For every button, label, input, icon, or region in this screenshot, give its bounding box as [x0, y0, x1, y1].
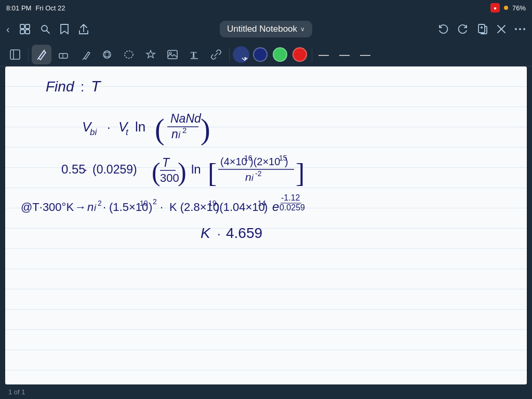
svg-rect-24: [168, 50, 177, 59]
stroke-medium[interactable]: —: [336, 49, 353, 60]
svg-text:i: i: [94, 203, 97, 213]
color-dropdown[interactable]: [233, 46, 249, 63]
link-tool[interactable]: [206, 45, 226, 64]
svg-text:]: ]: [296, 158, 304, 188]
bottom-bar: 1 of 1: [0, 384, 532, 399]
close-button[interactable]: [497, 24, 506, 34]
toolbar-left: ‹: [6, 23, 89, 35]
svg-text:ln: ln: [135, 119, 145, 135]
toolbar-divider-2: [229, 47, 230, 62]
grid-button[interactable]: [19, 23, 31, 35]
svg-text:·: ·: [107, 120, 111, 134]
color-red[interactable]: [292, 47, 307, 62]
svg-text:): ): [201, 113, 210, 146]
svg-text:(1.5×10: (1.5×10: [109, 201, 148, 214]
svg-text:14: 14: [258, 199, 266, 207]
svg-text:(4×10: (4×10: [220, 156, 247, 167]
svg-text:2: 2: [153, 197, 157, 206]
svg-line-16: [37, 58, 38, 60]
status-right: 76%: [490, 3, 526, 12]
svg-text:i: i: [178, 130, 181, 140]
svg-text:300: 300: [160, 171, 179, 184]
shapes-tool[interactable]: [97, 45, 117, 64]
svg-text:n: n: [245, 171, 251, 183]
dropdown-chevron: ∨: [300, 25, 305, 33]
svg-text:NaNd: NaNd: [170, 112, 202, 125]
svg-text:4.659: 4.659: [226, 225, 262, 241]
svg-line-20: [83, 58, 84, 60]
svg-text:·: ·: [103, 201, 106, 214]
eraser-tool[interactable]: [54, 45, 73, 64]
panels-tool[interactable]: [5, 45, 25, 64]
star-tool[interactable]: [141, 45, 161, 64]
lined-paper: Find : T V bi · V t ln ( NaNd n i 2 ): [5, 66, 527, 384]
svg-text:T: T: [91, 77, 102, 95]
more-button[interactable]: [514, 28, 526, 31]
stroke-thick[interactable]: —: [357, 49, 374, 60]
svg-text:(: (: [152, 157, 161, 187]
svg-rect-3: [25, 30, 30, 34]
battery-percent: 76%: [512, 4, 526, 12]
redo-button[interactable]: [457, 23, 469, 35]
svg-text:t: t: [126, 127, 129, 137]
draw-toolbar: T — — —: [0, 43, 532, 66]
svg-text:@T·300°K: @T·300°K: [21, 201, 74, 214]
battery-indicator: 76%: [512, 4, 526, 12]
svg-text:): ): [264, 201, 268, 214]
lasso-tool[interactable]: [119, 45, 139, 64]
svg-text:K: K: [201, 225, 211, 241]
svg-text:Find: Find: [46, 78, 75, 95]
svg-text:19: 19: [208, 199, 217, 207]
svg-point-4: [42, 25, 47, 31]
svg-text:-1.12: -1.12: [281, 193, 300, 202]
svg-text:n: n: [87, 201, 94, 214]
svg-rect-22: [105, 52, 109, 57]
svg-text:[: [: [208, 158, 217, 188]
svg-text:·: ·: [217, 227, 221, 241]
svg-text:2: 2: [98, 199, 102, 207]
toolbar-center: Untitled Notebook ∨: [220, 21, 312, 37]
stroke-thin[interactable]: —: [315, 49, 332, 60]
handwriting-canvas: Find : T V bi · V t ln ( NaNd n i 2 ): [5, 66, 527, 384]
svg-text:i: i: [251, 173, 254, 183]
svg-text:-2: -2: [255, 169, 262, 178]
svg-text:)(2×10: )(2×10: [250, 156, 280, 167]
svg-rect-2: [20, 30, 24, 34]
time-display: 8:01 PM: [6, 4, 31, 12]
svg-text:)(1.04×10: )(1.04×10: [216, 201, 265, 214]
search-button[interactable]: [40, 24, 50, 34]
color-dark-blue[interactable]: [253, 47, 268, 62]
toolbar-divider-3: [312, 47, 312, 62]
status-bar: 8:01 PM Fri Oct 22 76%: [0, 0, 532, 16]
svg-point-12: [519, 28, 521, 30]
svg-text:0.0259: 0.0259: [280, 203, 305, 212]
bookmark-button[interactable]: [60, 23, 69, 35]
svg-line-5: [47, 31, 49, 33]
share-button[interactable]: [78, 23, 89, 35]
top-toolbar: ‹ Unt: [0, 16, 532, 43]
toolbar-divider-1: [28, 47, 29, 62]
svg-text:): ): [285, 156, 288, 167]
svg-text:10: 10: [140, 199, 148, 207]
svg-text:V: V: [118, 119, 129, 135]
color-green[interactable]: [273, 47, 287, 62]
svg-text:n: n: [171, 127, 178, 141]
image-tool[interactable]: [163, 45, 182, 64]
svg-text:V: V: [82, 119, 92, 135]
svg-line-17: [44, 50, 45, 51]
notebook-area[interactable]: Find : T V bi · V t ln ( NaNd n i 2 ): [5, 66, 527, 384]
notebook-title-button[interactable]: Untitled Notebook ∨: [220, 21, 312, 37]
svg-text:(: (: [155, 113, 165, 146]
svg-text:): ): [149, 201, 152, 214]
status-left: 8:01 PM Fri Oct 22: [6, 4, 65, 12]
undo-button[interactable]: [437, 23, 449, 35]
svg-text:(0.0259): (0.0259): [92, 163, 137, 176]
back-button[interactable]: ‹: [6, 23, 10, 35]
text-tool[interactable]: T: [184, 45, 204, 64]
notebook-title: Untitled Notebook: [227, 24, 297, 34]
highlighter-tool[interactable]: [75, 45, 95, 64]
svg-text:e: e: [272, 200, 279, 214]
svg-text:ln: ln: [191, 162, 201, 176]
add-page-button[interactable]: [477, 23, 488, 35]
pen-tool[interactable]: [32, 45, 51, 64]
